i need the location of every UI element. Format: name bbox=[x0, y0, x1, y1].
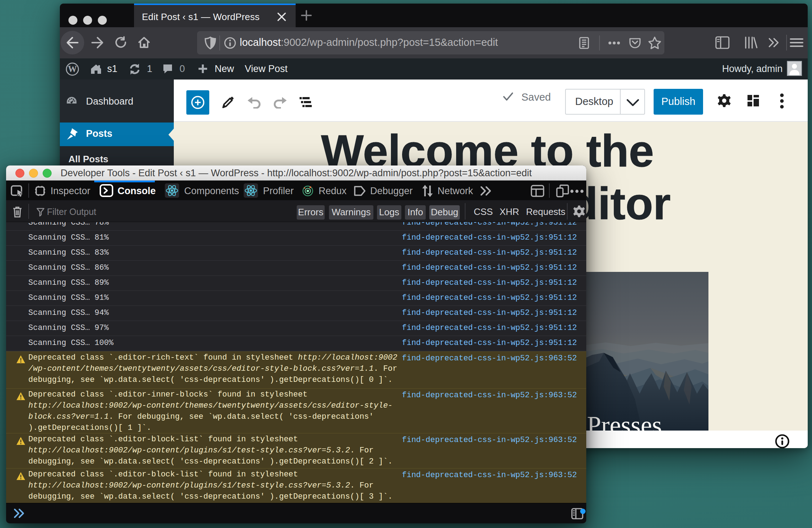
svg-text:Presses: Presses bbox=[587, 411, 662, 431]
svg-text:W: W bbox=[68, 64, 77, 74]
